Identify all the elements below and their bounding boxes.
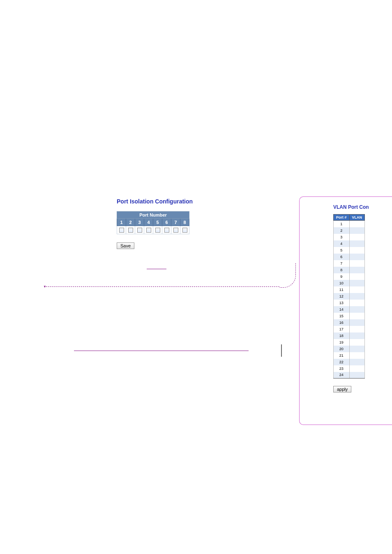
port-checkbox-2[interactable] <box>128 228 133 233</box>
vlan-col-port: Port # <box>334 215 350 221</box>
port-number-row: 1 2 3 4 5 6 7 8 <box>117 219 189 226</box>
table-row: 7 <box>334 260 365 267</box>
port-number-table: Port Number 1 2 3 4 5 6 7 8 <box>117 211 189 234</box>
vlan-port-panel: VLAN Port Con Port # VLAN 1 2 3 4 5 6 7 … <box>299 196 392 425</box>
port-checkbox-8[interactable] <box>182 228 187 233</box>
vlan-port-table: Port # VLAN 1 2 3 4 5 6 7 8 9 10 11 12 1… <box>333 214 365 379</box>
port-checkbox-row <box>117 226 189 234</box>
port-checkbox-5[interactable] <box>155 228 160 233</box>
table-row: 23 <box>334 365 365 372</box>
save-button[interactable]: Save <box>117 242 134 249</box>
annotation-line <box>147 269 166 269</box>
table-row: 2 <box>334 227 365 234</box>
port-num-5: 5 <box>153 219 162 226</box>
apply-button[interactable]: apply <box>333 386 351 392</box>
port-num-1: 1 <box>117 219 126 226</box>
table-row: 18 <box>334 332 365 339</box>
port-checkbox-7[interactable] <box>173 228 178 233</box>
port-checkbox-6[interactable] <box>164 228 169 233</box>
vlan-col-vlan: VLAN <box>349 215 365 221</box>
vlan-port-title: VLAN Port Con <box>333 204 392 210</box>
table-row: 19 <box>334 339 365 346</box>
port-num-7: 7 <box>171 219 180 226</box>
table-row: 24 <box>334 372 365 379</box>
annotation-tick <box>281 344 282 357</box>
table-row: 11 <box>334 286 365 293</box>
port-isolation-title: Port Isolation Configuration <box>117 198 193 205</box>
port-checkbox-3[interactable] <box>137 228 142 233</box>
table-row: 17 <box>334 326 365 332</box>
table-row: 6 <box>334 254 365 260</box>
table-row: 16 <box>334 319 365 326</box>
page-canvas: Port Isolation Configuration Port Number… <box>0 0 392 554</box>
port-num-4: 4 <box>144 219 153 226</box>
port-num-3: 3 <box>135 219 144 226</box>
annotation-dashed-line <box>46 286 279 287</box>
table-row: 15 <box>334 313 365 319</box>
table-row: 9 <box>334 273 365 280</box>
table-row: 14 <box>334 306 365 313</box>
table-row: 4 <box>334 240 365 247</box>
port-checkbox-1[interactable] <box>119 228 124 233</box>
table-row: 8 <box>334 267 365 273</box>
table-row: 21 <box>334 352 365 359</box>
table-row: 20 <box>334 346 365 352</box>
table-row: 5 <box>334 247 365 254</box>
annotation-curve <box>279 263 296 288</box>
port-isolation-section: Port Isolation Configuration Port Number… <box>117 198 193 249</box>
annotation-underline <box>74 351 249 351</box>
port-num-6: 6 <box>162 219 171 226</box>
port-number-header: Port Number <box>117 212 189 219</box>
port-num-2: 2 <box>126 219 135 226</box>
table-row: 1 <box>334 221 365 227</box>
table-row: 10 <box>334 280 365 286</box>
table-row: 22 <box>334 359 365 365</box>
port-num-8: 8 <box>180 219 189 226</box>
table-row: 13 <box>334 300 365 306</box>
table-row: 12 <box>334 293 365 300</box>
table-row: 3 <box>334 234 365 240</box>
port-checkbox-4[interactable] <box>146 228 151 233</box>
